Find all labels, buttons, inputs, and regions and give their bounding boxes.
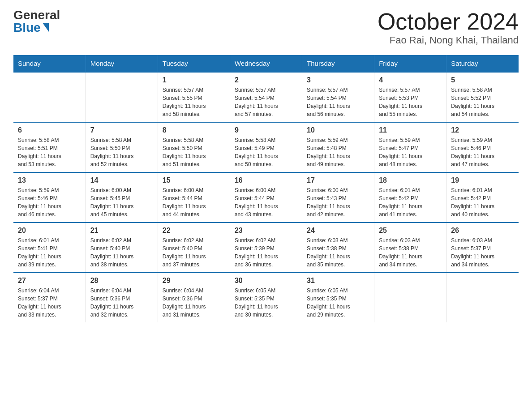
day-number: 9 bbox=[235, 126, 297, 134]
calendar-cell: 31Sunrise: 6:05 AM Sunset: 5:35 PM Dayli… bbox=[302, 273, 374, 322]
calendar-cell: 16Sunrise: 6:00 AM Sunset: 5:44 PM Dayli… bbox=[230, 172, 302, 223]
logo-triangle-icon bbox=[43, 23, 49, 32]
day-info: Sunrise: 6:05 AM Sunset: 5:35 PM Dayligh… bbox=[235, 287, 297, 319]
calendar-cell: 10Sunrise: 5:59 AM Sunset: 5:48 PM Dayli… bbox=[302, 122, 374, 172]
calendar-cell: 4Sunrise: 5:57 AM Sunset: 5:53 PM Daylig… bbox=[374, 72, 446, 122]
day-info: Sunrise: 5:57 AM Sunset: 5:54 PM Dayligh… bbox=[235, 86, 297, 118]
day-info: Sunrise: 6:01 AM Sunset: 5:42 PM Dayligh… bbox=[379, 186, 442, 218]
day-info: Sunrise: 6:02 AM Sunset: 5:39 PM Dayligh… bbox=[235, 236, 297, 269]
day-info: Sunrise: 6:03 AM Sunset: 5:38 PM Dayligh… bbox=[379, 236, 442, 269]
day-info: Sunrise: 6:04 AM Sunset: 5:37 PM Dayligh… bbox=[18, 287, 81, 319]
day-number: 15 bbox=[163, 176, 225, 184]
day-info: Sunrise: 5:57 AM Sunset: 5:55 PM Dayligh… bbox=[163, 86, 225, 118]
day-number: 10 bbox=[307, 126, 369, 134]
month-title: October 2024 bbox=[378, 9, 519, 34]
header-friday: Friday bbox=[374, 55, 446, 72]
calendar-cell: 27Sunrise: 6:04 AM Sunset: 5:37 PM Dayli… bbox=[13, 273, 86, 322]
day-number: 4 bbox=[379, 76, 442, 84]
day-number: 26 bbox=[451, 227, 514, 235]
day-number: 13 bbox=[18, 176, 81, 184]
day-info: Sunrise: 6:01 AM Sunset: 5:42 PM Dayligh… bbox=[451, 186, 514, 218]
calendar-cell: 3Sunrise: 5:57 AM Sunset: 5:54 PM Daylig… bbox=[302, 72, 374, 122]
header-monday: Monday bbox=[86, 55, 158, 72]
header-sunday: Sunday bbox=[13, 55, 86, 72]
calendar-cell bbox=[446, 273, 519, 322]
calendar-week-row: 27Sunrise: 6:04 AM Sunset: 5:37 PM Dayli… bbox=[13, 273, 519, 322]
calendar-cell: 22Sunrise: 6:02 AM Sunset: 5:40 PM Dayli… bbox=[158, 223, 230, 273]
day-number: 1 bbox=[163, 76, 225, 84]
calendar-cell: 1Sunrise: 5:57 AM Sunset: 5:55 PM Daylig… bbox=[158, 72, 230, 122]
page-header: General Blue October 2024 Fao Rai, Nong … bbox=[13, 9, 519, 46]
day-number: 31 bbox=[307, 277, 369, 285]
logo-general-text: General bbox=[13, 9, 60, 21]
day-number: 14 bbox=[90, 176, 153, 184]
logo: General Blue bbox=[13, 9, 60, 34]
calendar-cell: 14Sunrise: 6:00 AM Sunset: 5:45 PM Dayli… bbox=[86, 172, 158, 223]
calendar-cell: 24Sunrise: 6:03 AM Sunset: 5:38 PM Dayli… bbox=[302, 223, 374, 273]
calendar-cell: 23Sunrise: 6:02 AM Sunset: 5:39 PM Dayli… bbox=[230, 223, 302, 273]
calendar-cell: 29Sunrise: 6:04 AM Sunset: 5:36 PM Dayli… bbox=[158, 273, 230, 322]
calendar-cell: 18Sunrise: 6:01 AM Sunset: 5:42 PM Dayli… bbox=[374, 172, 446, 223]
day-number: 6 bbox=[18, 126, 81, 134]
day-info: Sunrise: 5:59 AM Sunset: 5:46 PM Dayligh… bbox=[451, 136, 514, 168]
day-info: Sunrise: 6:04 AM Sunset: 5:36 PM Dayligh… bbox=[163, 287, 225, 319]
day-info: Sunrise: 6:00 AM Sunset: 5:44 PM Dayligh… bbox=[163, 186, 225, 218]
calendar-table: SundayMondayTuesdayWednesdayThursdayFrid… bbox=[13, 55, 519, 322]
day-info: Sunrise: 5:59 AM Sunset: 5:48 PM Dayligh… bbox=[307, 136, 369, 168]
day-number: 28 bbox=[90, 277, 153, 285]
calendar-cell: 19Sunrise: 6:01 AM Sunset: 5:42 PM Dayli… bbox=[446, 172, 519, 223]
calendar-cell: 20Sunrise: 6:01 AM Sunset: 5:41 PM Dayli… bbox=[13, 223, 86, 273]
day-info: Sunrise: 5:58 AM Sunset: 5:50 PM Dayligh… bbox=[163, 136, 225, 168]
day-info: Sunrise: 5:58 AM Sunset: 5:51 PM Dayligh… bbox=[18, 136, 81, 168]
day-info: Sunrise: 5:59 AM Sunset: 5:46 PM Dayligh… bbox=[18, 186, 81, 218]
calendar-cell: 15Sunrise: 6:00 AM Sunset: 5:44 PM Dayli… bbox=[158, 172, 230, 223]
calendar-cell: 9Sunrise: 5:58 AM Sunset: 5:49 PM Daylig… bbox=[230, 122, 302, 172]
calendar-cell: 11Sunrise: 5:59 AM Sunset: 5:47 PM Dayli… bbox=[374, 122, 446, 172]
logo-blue-text: Blue bbox=[13, 21, 41, 34]
day-number: 21 bbox=[90, 227, 153, 235]
calendar-cell: 6Sunrise: 5:58 AM Sunset: 5:51 PM Daylig… bbox=[13, 122, 86, 172]
calendar-week-row: 20Sunrise: 6:01 AM Sunset: 5:41 PM Dayli… bbox=[13, 223, 519, 273]
day-info: Sunrise: 6:02 AM Sunset: 5:40 PM Dayligh… bbox=[163, 236, 225, 269]
day-number: 17 bbox=[307, 176, 369, 184]
day-number: 11 bbox=[379, 126, 442, 134]
calendar-cell: 28Sunrise: 6:04 AM Sunset: 5:36 PM Dayli… bbox=[86, 273, 158, 322]
day-info: Sunrise: 6:00 AM Sunset: 5:45 PM Dayligh… bbox=[90, 186, 153, 218]
header-saturday: Saturday bbox=[446, 55, 519, 72]
day-info: Sunrise: 5:58 AM Sunset: 5:50 PM Dayligh… bbox=[90, 136, 153, 168]
calendar-cell: 5Sunrise: 5:58 AM Sunset: 5:52 PM Daylig… bbox=[446, 72, 519, 122]
calendar-cell: 13Sunrise: 5:59 AM Sunset: 5:46 PM Dayli… bbox=[13, 172, 86, 223]
calendar-header-row: SundayMondayTuesdayWednesdayThursdayFrid… bbox=[13, 55, 519, 72]
calendar-cell bbox=[86, 72, 158, 122]
calendar-week-row: 13Sunrise: 5:59 AM Sunset: 5:46 PM Dayli… bbox=[13, 172, 519, 223]
day-info: Sunrise: 5:57 AM Sunset: 5:54 PM Dayligh… bbox=[307, 86, 369, 118]
day-info: Sunrise: 6:05 AM Sunset: 5:35 PM Dayligh… bbox=[307, 287, 369, 319]
day-number: 27 bbox=[18, 277, 81, 285]
location-text: Fao Rai, Nong Khai, Thailand bbox=[378, 34, 519, 46]
calendar-cell bbox=[13, 72, 86, 122]
day-info: Sunrise: 5:57 AM Sunset: 5:53 PM Dayligh… bbox=[379, 86, 442, 118]
header-tuesday: Tuesday bbox=[158, 55, 230, 72]
calendar-cell: 30Sunrise: 6:05 AM Sunset: 5:35 PM Dayli… bbox=[230, 273, 302, 322]
header-wednesday: Wednesday bbox=[230, 55, 302, 72]
day-info: Sunrise: 6:03 AM Sunset: 5:38 PM Dayligh… bbox=[307, 236, 369, 269]
day-info: Sunrise: 5:58 AM Sunset: 5:49 PM Dayligh… bbox=[235, 136, 297, 168]
day-number: 30 bbox=[235, 277, 297, 285]
calendar-cell: 8Sunrise: 5:58 AM Sunset: 5:50 PM Daylig… bbox=[158, 122, 230, 172]
day-number: 19 bbox=[451, 176, 514, 184]
day-info: Sunrise: 6:03 AM Sunset: 5:37 PM Dayligh… bbox=[451, 236, 514, 269]
day-info: Sunrise: 6:01 AM Sunset: 5:41 PM Dayligh… bbox=[18, 236, 81, 269]
day-number: 22 bbox=[163, 227, 225, 235]
day-info: Sunrise: 6:00 AM Sunset: 5:43 PM Dayligh… bbox=[307, 186, 369, 218]
day-number: 3 bbox=[307, 76, 369, 84]
day-number: 5 bbox=[451, 76, 514, 84]
day-number: 2 bbox=[235, 76, 297, 84]
day-number: 24 bbox=[307, 227, 369, 235]
day-number: 23 bbox=[235, 227, 297, 235]
day-number: 16 bbox=[235, 176, 297, 184]
calendar-week-row: 1Sunrise: 5:57 AM Sunset: 5:55 PM Daylig… bbox=[13, 72, 519, 122]
day-number: 20 bbox=[18, 227, 81, 235]
day-info: Sunrise: 6:02 AM Sunset: 5:40 PM Dayligh… bbox=[90, 236, 153, 269]
calendar-cell: 25Sunrise: 6:03 AM Sunset: 5:38 PM Dayli… bbox=[374, 223, 446, 273]
calendar-cell bbox=[374, 273, 446, 322]
